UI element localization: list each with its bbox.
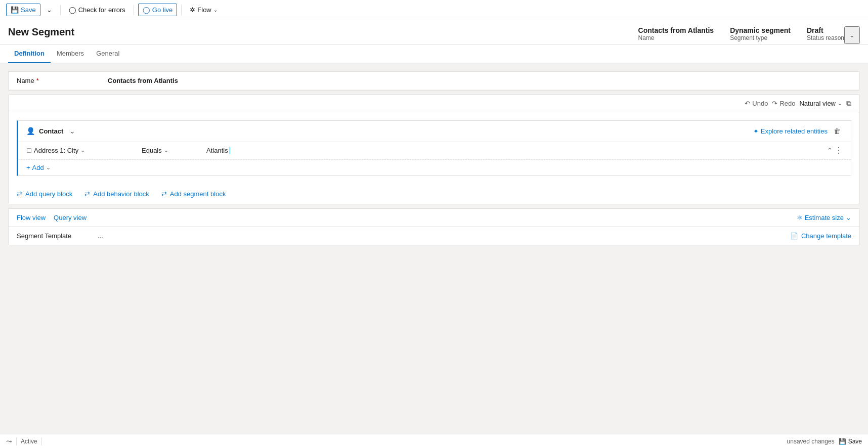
segment-block: 👤 Contact ⌄ ✦ Explore related entities 🗑… <box>17 120 851 176</box>
block-title: Contact <box>39 127 63 135</box>
add-behavior-icon: ⇄ <box>84 190 90 198</box>
field-chevron-icon: ⌄ <box>80 147 85 154</box>
text-cursor <box>230 147 230 154</box>
delete-block-button[interactable]: 🗑 <box>832 126 843 136</box>
check-errors-label: Check for errors <box>78 6 125 14</box>
block-actions: ✦ Explore related entities 🗑 <box>753 126 843 136</box>
change-template-icon: 📄 <box>790 232 798 240</box>
add-query-block-button[interactable]: ⇄ Add query block <box>17 190 72 198</box>
condition-collapse-button[interactable]: ⌃ <box>827 147 833 154</box>
page-title: New Segment <box>8 26 74 42</box>
undo-icon: ↶ <box>745 100 750 107</box>
block-dropdown-button[interactable]: ⌄ <box>67 126 77 136</box>
header-name: Contacts from Atlantis Name <box>638 26 714 41</box>
header-segment-type-label: Segment type <box>730 34 791 41</box>
flow-view-button[interactable]: Flow view <box>17 214 46 221</box>
separator <box>60 5 61 15</box>
header-name-label: Name <box>638 34 714 41</box>
save-label: Save <box>21 6 36 14</box>
save-icon: 💾 <box>11 6 19 14</box>
condition-row: ☐ Address 1: City ⌄ Equals ⌄ Atlantis ⌃ … <box>18 142 851 160</box>
add-segment-block-button[interactable]: ⇄ Add segment block <box>161 190 226 198</box>
condition-value-text: Atlantis <box>206 147 228 154</box>
estimate-size-button[interactable]: ⚛ Estimate size ⌄ <box>797 214 851 221</box>
tab-members[interactable]: Members <box>51 44 90 63</box>
condition-operator: Equals ⌄ <box>142 147 202 154</box>
flow-icon: ✲ <box>190 6 195 14</box>
header-segment-type: Dynamic segment Segment type <box>730 26 791 41</box>
add-behavior-block-button[interactable]: ⇄ Add behavior block <box>84 190 149 198</box>
redo-button[interactable]: ↷ Redo <box>772 100 795 107</box>
go-live-icon: ◯ <box>143 6 150 14</box>
add-segment-label: Add segment block <box>170 190 226 198</box>
explore-related-button[interactable]: ✦ Explore related entities <box>753 127 828 135</box>
condition-controls: ⌃ ⋮ <box>827 146 843 155</box>
view-chevron-icon: ⌄ <box>838 100 842 107</box>
check-errors-button[interactable]: ◯ Check for errors <box>65 4 129 16</box>
explore-icon: ✦ <box>753 127 759 135</box>
tab-general[interactable]: General <box>90 44 125 63</box>
flow-label: Flow <box>197 6 211 14</box>
header-name-value: Contacts from Atlantis <box>638 26 714 34</box>
add-query-label: Add query block <box>25 190 72 198</box>
go-live-label: Go live <box>152 6 172 14</box>
separator2 <box>134 5 134 15</box>
block-footer: ⇄ Add query block ⇄ Add behavior block ⇄… <box>9 184 859 204</box>
name-value: Contacts from Atlantis <box>108 77 178 84</box>
save-button[interactable]: 💾 Save <box>6 4 40 16</box>
plus-icon: + <box>26 164 30 171</box>
flow-chevron-icon: ⌄ <box>213 7 218 13</box>
tab-definition[interactable]: Definition <box>8 44 51 63</box>
toolbar: 💾 Save ⌄ ◯ Check for errors ◯ Go live ✲ … <box>0 0 868 20</box>
save-dropdown-button[interactable]: ⌄ <box>42 4 56 16</box>
condition-operator-value: Equals <box>142 147 162 154</box>
page-header: New Segment Contacts from Atlantis Name … <box>0 20 868 44</box>
contact-icon: 👤 <box>26 127 35 135</box>
add-behavior-label: Add behavior block <box>93 190 149 198</box>
condition-value-field[interactable]: Atlantis <box>206 147 823 155</box>
required-star: * <box>36 77 39 84</box>
definition-canvas: ↶ Undo ↷ Redo Natural view ⌄ ⧉ 👤 Contact… <box>8 95 860 204</box>
redo-icon: ↷ <box>772 100 777 107</box>
canvas-toolbar: ↶ Undo ↷ Redo Natural view ⌄ ⧉ <box>9 95 859 112</box>
main-content: Name * Contacts from Atlantis ↶ Undo ↷ R… <box>0 63 868 410</box>
add-row: + Add ⌄ <box>18 160 851 175</box>
condition-field: ☐ Address 1: City ⌄ <box>26 147 138 154</box>
header-status: Draft Status reason <box>807 26 844 41</box>
query-view-button[interactable]: Query view <box>54 214 86 221</box>
change-template-label: Change template <box>801 232 851 240</box>
operator-chevron-icon: ⌄ <box>164 147 168 154</box>
bottom-panel: Flow view Query view ⚛ Estimate size ⌄ S… <box>8 208 860 245</box>
header-status-value: Draft <box>807 26 844 34</box>
add-query-icon: ⇄ <box>17 190 22 198</box>
expand-button[interactable]: ⧉ <box>846 99 851 108</box>
template-label: Segment Template <box>17 232 98 240</box>
header-segment-type-value: Dynamic segment <box>730 26 791 34</box>
tabs: Definition Members General <box>0 44 868 63</box>
add-chevron-icon: ⌄ <box>46 164 51 171</box>
header-meta: Contacts from Atlantis Name Dynamic segm… <box>638 26 844 41</box>
block-header: 👤 Contact ⌄ ✦ Explore related entities 🗑 <box>18 121 851 142</box>
undo-button[interactable]: ↶ Undo <box>745 100 768 107</box>
chevron-down-icon: ⌄ <box>47 6 52 14</box>
template-value: ... <box>98 232 790 240</box>
field-icon: ☐ <box>26 147 32 154</box>
header-status-label: Status reason <box>807 34 844 41</box>
views-row: Flow view Query view ⚛ Estimate size ⌄ <box>9 209 859 227</box>
block-title-row: 👤 Contact ⌄ <box>26 126 77 136</box>
view-select[interactable]: Natural view ⌄ <box>799 100 842 107</box>
estimate-icon: ⚛ <box>797 214 803 221</box>
check-icon: ◯ <box>69 6 76 14</box>
condition-field-value: Address 1: City <box>34 147 78 154</box>
add-condition-button[interactable]: + Add ⌄ <box>26 164 51 171</box>
name-label: Name * <box>17 77 108 84</box>
name-row: Name * Contacts from Atlantis <box>9 72 859 90</box>
flow-button[interactable]: ✲ Flow ⌄ <box>186 4 221 16</box>
separator3 <box>181 5 182 15</box>
add-segment-icon: ⇄ <box>161 190 167 198</box>
name-form-card: Name * Contacts from Atlantis <box>8 71 860 91</box>
condition-more-button[interactable]: ⋮ <box>835 146 843 155</box>
header-collapse-button[interactable]: ⌄ <box>844 26 860 44</box>
change-template-button[interactable]: 📄 Change template <box>790 232 851 240</box>
go-live-button[interactable]: ◯ Go live <box>138 4 177 16</box>
